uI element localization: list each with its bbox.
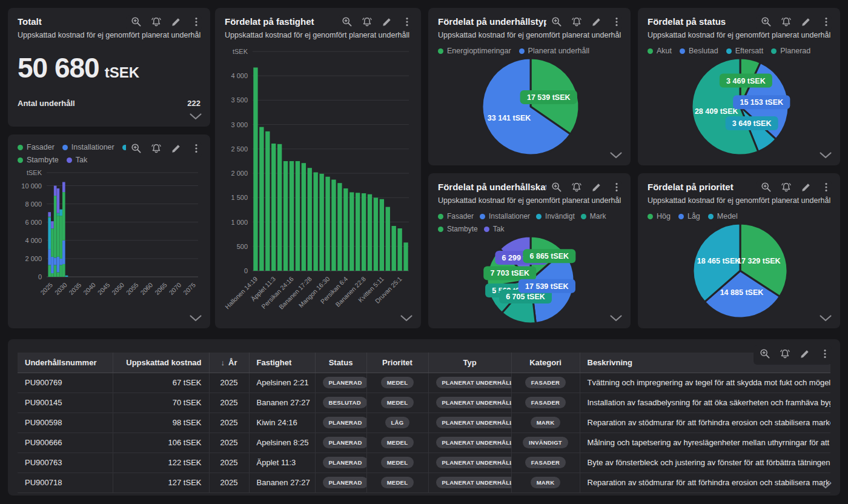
column-header-cost[interactable]: Uppskattad kostnad xyxy=(113,353,209,373)
legend-label: Mark xyxy=(590,212,606,220)
bell-icon[interactable] xyxy=(781,16,792,30)
bell-icon[interactable] xyxy=(151,143,162,156)
legend-item[interactable]: Installationer xyxy=(62,143,114,151)
zoom-in-icon[interactable] xyxy=(131,143,142,156)
column-header-nr[interactable]: Underhållsnummer xyxy=(18,353,113,373)
type-pie-chart[interactable]: 33 141 tSEK17 539 tSEK xyxy=(438,56,623,157)
expand-chevron-icon[interactable] xyxy=(820,150,832,161)
edit-icon[interactable] xyxy=(591,182,602,195)
cell-priority: MEDEL xyxy=(366,393,428,413)
zoom-in-icon[interactable] xyxy=(551,16,562,30)
expand-chevron-icon[interactable] xyxy=(820,480,832,491)
zoom-in-icon[interactable] xyxy=(342,16,353,30)
legend-item[interactable]: Planerat underhåll xyxy=(519,47,589,55)
table-row[interactable]: PU90014570 tSEK2025Bananen 27:27BESLUTAD… xyxy=(18,393,830,413)
column-header-type[interactable]: Typ xyxy=(428,353,511,373)
expand-chevron-icon[interactable] xyxy=(190,313,202,324)
edit-icon[interactable] xyxy=(382,16,393,30)
svg-text:17 539 tSEK: 17 539 tSEK xyxy=(525,282,569,291)
svg-text:18 465 tSEK: 18 465 tSEK xyxy=(697,257,741,265)
edit-icon[interactable] xyxy=(171,143,182,156)
column-header-status[interactable]: Status xyxy=(315,353,366,373)
stacked-bar-chart[interactable]: tSEK02 0004 0006 0008 00010 000202520302… xyxy=(18,165,203,313)
column-header-year[interactable]: ↓År xyxy=(209,353,249,373)
legend-dot-icon xyxy=(67,158,72,163)
svg-text:2075: 2075 xyxy=(182,281,197,296)
edit-icon[interactable] xyxy=(800,348,810,362)
cell-description: Målning och tapetsering av hyreslägenhet… xyxy=(580,433,830,453)
table-row[interactable]: PU90076967 tSEK2025Apelsinen 2:21PLANERA… xyxy=(18,373,830,393)
legend-item[interactable]: Installationer xyxy=(480,212,530,220)
column-header-priority[interactable]: Prioritet xyxy=(366,353,428,373)
edit-icon[interactable] xyxy=(801,182,812,195)
bell-icon[interactable] xyxy=(362,16,373,30)
legend-item[interactable]: Hög xyxy=(648,212,671,220)
zoom-in-icon[interactable] xyxy=(761,16,772,30)
bell-icon[interactable] xyxy=(571,16,582,30)
cell-cost: 122 tSEK xyxy=(113,453,209,472)
edit-icon[interactable] xyxy=(171,16,182,30)
column-header-category[interactable]: Kategori xyxy=(511,353,580,373)
edit-icon[interactable] xyxy=(591,16,602,30)
priority-badge: MEDEL xyxy=(381,477,414,488)
legend-item[interactable]: Tak xyxy=(67,156,87,164)
zoom-in-icon[interactable] xyxy=(131,16,142,30)
expand-chevron-icon[interactable] xyxy=(610,313,622,324)
legend-item[interactable]: Invändigt xyxy=(536,212,575,220)
kebab-menu-icon[interactable] xyxy=(191,143,202,156)
legend-item[interactable]: Tak xyxy=(484,225,505,233)
legend-item[interactable]: Planerad xyxy=(771,47,810,55)
bell-icon[interactable] xyxy=(781,182,792,195)
kebab-menu-icon[interactable] xyxy=(191,16,202,30)
priority-pie-chart[interactable]: 18 465 tSEK14 885 tSEK17 329 tSEK xyxy=(648,222,833,320)
cell-priority: MEDEL xyxy=(366,373,428,393)
legend-item[interactable]: Akut xyxy=(648,47,672,55)
legend-item[interactable]: Mark xyxy=(581,212,606,220)
expand-chevron-icon[interactable] xyxy=(610,150,622,161)
zoom-in-icon[interactable] xyxy=(761,182,772,195)
status-pie-chart[interactable]: 28 409 tSEK3 649 tSEK15 153 tSEK3 469 tS… xyxy=(648,56,833,157)
kebab-menu-icon[interactable] xyxy=(821,182,832,195)
table-row[interactable]: PU900763122 tSEK2025Äpplet 11:3PLANERADM… xyxy=(18,453,830,472)
legend-item[interactable]: Fasader xyxy=(438,212,474,220)
legend-item[interactable]: Energioptimeringar xyxy=(438,47,511,55)
cell-cost: 70 tSEK xyxy=(113,393,209,413)
property-bar-chart[interactable]: tSEK05001 0001 5002 0002 5003 0003 5004 … xyxy=(225,44,411,318)
cell-cost: 106 tSEK xyxy=(113,433,209,453)
svg-text:15 153 tSEK: 15 153 tSEK xyxy=(740,98,783,107)
kebab-menu-icon[interactable] xyxy=(402,16,412,30)
bell-icon[interactable] xyxy=(151,16,162,30)
legend-item[interactable]: Fasader xyxy=(18,143,55,151)
kebab-menu-icon[interactable] xyxy=(820,348,830,362)
expand-chevron-icon[interactable] xyxy=(190,111,202,122)
type-badge: PLANERAT UNDERHÅLL xyxy=(436,377,512,388)
bell-icon[interactable] xyxy=(780,348,790,362)
legend-label: Fasader xyxy=(27,143,55,151)
legend-label: Energioptimeringar xyxy=(447,47,511,55)
svg-text:2035: 2035 xyxy=(67,281,82,296)
edit-icon[interactable] xyxy=(801,16,812,30)
kebab-menu-icon[interactable] xyxy=(611,182,622,195)
legend-item[interactable]: Stambyte xyxy=(18,156,59,164)
table-row[interactable]: PU90059898 tSEK2025Kiwin 24:16PLANERADLÅ… xyxy=(18,413,830,433)
kebab-menu-icon[interactable] xyxy=(821,16,832,30)
category-pie-chart[interactable]: 6 299 tSEK7 703 tSEK5 569 tSEK6 705 tSEK… xyxy=(438,234,623,325)
legend-item[interactable]: Låg xyxy=(678,212,700,220)
table-row[interactable]: PU900666106 tSEK2025Apelsinen 8:25PLANER… xyxy=(18,433,830,453)
zoom-in-icon[interactable] xyxy=(551,182,562,195)
legend-item[interactable]: Beslutad xyxy=(680,47,718,55)
table-row[interactable]: PU900718127 tSEK2025Bananen 27:27PLANERA… xyxy=(18,472,830,492)
expand-chevron-icon[interactable] xyxy=(400,313,412,324)
expand-chevron-icon[interactable] xyxy=(820,313,832,324)
cell-status: BESLUTAD xyxy=(315,393,366,413)
legend-item[interactable]: Stambyte xyxy=(438,225,478,233)
svg-text:2045: 2045 xyxy=(96,281,111,296)
bell-icon[interactable] xyxy=(571,182,582,195)
zoom-in-icon[interactable] xyxy=(760,348,770,362)
category-badge: INVÄNDIGT xyxy=(523,437,568,448)
legend-item[interactable]: Medel xyxy=(708,212,738,220)
cell-type: PLANERAT UNDERHÅLL xyxy=(428,393,511,413)
kebab-menu-icon[interactable] xyxy=(611,16,622,30)
legend-item[interactable]: Eftersatt xyxy=(726,47,764,55)
column-header-property[interactable]: Fastighet xyxy=(249,353,315,373)
